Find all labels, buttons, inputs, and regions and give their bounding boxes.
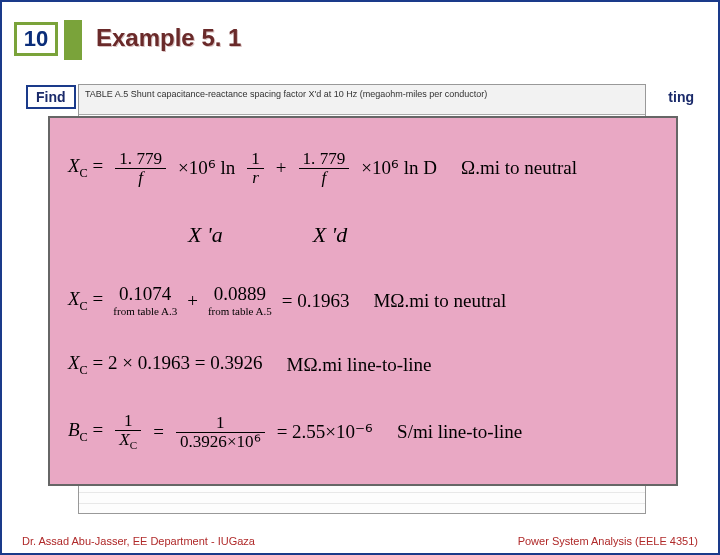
plus-2: +	[187, 291, 198, 311]
formula-line-2: XC = 0.1074 from table A.3 + 0.0889 from…	[68, 284, 658, 317]
frac-2: 1 r	[247, 150, 264, 187]
sub-c: C	[80, 298, 88, 312]
num: 1. 779	[299, 150, 350, 168]
den: 0.3926×10⁶	[176, 433, 265, 451]
xc-line-to-line: XC = 2 × 0.1963 = 0.3926	[68, 353, 263, 377]
eq-result-2: = 0.1963	[282, 291, 350, 311]
value-b: 0.0889	[214, 284, 266, 304]
den: f	[134, 169, 147, 187]
unit-3: MΩ.mi line-to-line	[287, 355, 432, 375]
frac-bc-1: 1 XC	[115, 412, 141, 452]
footer-left: Dr. Assad Abu-Jasser, EE Department - IU…	[22, 535, 255, 547]
sub-c: C	[80, 166, 88, 180]
bc-result: = 2.55×10⁻⁶	[277, 422, 373, 442]
sym-x: X	[68, 288, 80, 309]
ln-d: ×10⁶ ln D	[361, 158, 437, 178]
term-b: 0.0889 from table A.5	[208, 284, 272, 317]
sym-x: X	[68, 155, 80, 176]
formula-line-1: XC = 1. 779 f ×10⁶ ln 1 r + 1. 779 f ×10…	[68, 150, 658, 187]
den: f	[318, 169, 331, 187]
note-a: from table A.3	[113, 306, 177, 318]
frac-1: 1. 779 f	[115, 150, 166, 187]
unit-1: Ω.mi to neutral	[461, 158, 577, 178]
num: 1	[212, 414, 229, 432]
frac-3: 1. 779 f	[299, 150, 350, 187]
x-prime-a: X 'a	[188, 222, 223, 248]
accent-block	[64, 20, 82, 60]
den-sym: X	[119, 430, 129, 449]
formula-overlay: XC = 1. 779 f ×10⁶ ln 1 r + 1. 779 f ×10…	[48, 116, 678, 486]
xc-symbol: XC =	[68, 156, 103, 180]
eq-4: =	[153, 422, 164, 442]
num: 1	[120, 412, 137, 430]
trailing-text-fragment: ting	[668, 89, 694, 105]
frac-bc-2: 1 0.3926×10⁶	[176, 414, 265, 451]
value-a: 0.1074	[119, 284, 171, 304]
table-caption: TABLE A.5 Shunt capacitance-reactance sp…	[79, 85, 645, 115]
num: 1. 779	[115, 150, 166, 168]
sci-1: ×10⁶ ln	[178, 158, 235, 178]
page-title: Example 5. 1	[96, 24, 241, 52]
bc-symbol: BC =	[68, 420, 103, 444]
find-label: Find	[26, 85, 76, 109]
xc-symbol-2: XC =	[68, 289, 103, 313]
unit-2: MΩ.mi to neutral	[373, 291, 506, 311]
formula-line-4: BC = 1 XC = 1 0.3926×10⁶ = 2.55×10⁻⁶ S/m…	[68, 412, 658, 452]
footer: Dr. Assad Abu-Jasser, EE Department - IU…	[2, 535, 718, 547]
formula-line-3: XC = 2 × 0.1963 = 0.3926 MΩ.mi line-to-l…	[68, 353, 658, 377]
page-number-box: 10	[14, 22, 58, 56]
page-number: 10	[24, 26, 48, 52]
note-b: from table A.5	[208, 306, 272, 318]
plus-1: +	[276, 158, 287, 178]
footer-right: Power System Analysis (EELE 4351)	[518, 535, 698, 547]
den: r	[248, 169, 263, 187]
unit-4: S/mi line-to-line	[397, 422, 522, 442]
den-sub: C	[130, 440, 137, 452]
formula-mid-symbols: X 'a X 'd	[68, 222, 658, 248]
x-prime-d: X 'd	[313, 222, 348, 248]
term-a: 0.1074 from table A.3	[113, 284, 177, 317]
slide: 10 Example 5. 1 Find ting TABLE A.5 Shun…	[0, 0, 720, 555]
num: 1	[247, 150, 264, 168]
den: XC	[115, 431, 141, 452]
sym-b: B	[68, 419, 80, 440]
sub-c: C	[80, 430, 88, 444]
header: 10 Example 5. 1	[2, 14, 718, 62]
